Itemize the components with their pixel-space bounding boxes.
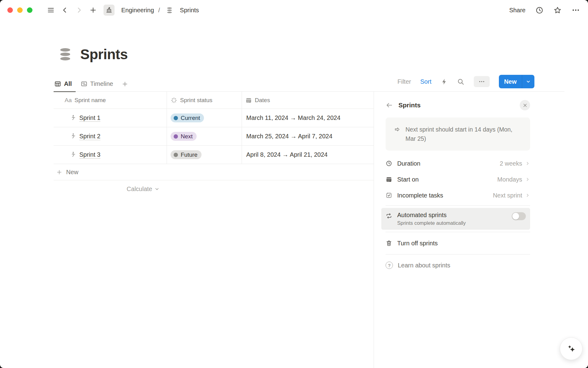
status-badge[interactable]: Current	[171, 113, 204, 122]
share-button[interactable]: Share	[509, 7, 526, 14]
table-row: Sprint 1 Current March 11, 2024 → March …	[54, 109, 374, 127]
tab-timeline[interactable]: Timeline	[80, 80, 117, 92]
arrow-right-outline-icon	[394, 126, 401, 133]
view-tabbar: All Timeline Filter Sort New	[54, 77, 564, 92]
automated-sprints-row[interactable]: Automated sprints Sprints complete autom…	[381, 208, 530, 230]
search-icon	[457, 78, 465, 86]
table-header-row: Aa Sprint name Sprint status Dates	[54, 92, 374, 109]
setting-value: Next sprint	[493, 192, 522, 199]
chevron-right-icon	[525, 161, 530, 166]
filter-button[interactable]: Filter	[398, 78, 411, 85]
search-button[interactable]	[457, 78, 465, 86]
column-header-sprint-name[interactable]: Aa Sprint name	[54, 92, 167, 109]
automated-sprints-description: Sprints complete automatically	[397, 220, 466, 226]
toggle-knob	[512, 213, 519, 220]
panel-divider	[386, 205, 530, 206]
setting-duration[interactable]: Duration 2 weeks	[386, 155, 530, 171]
question-mark-icon: ?	[386, 262, 393, 269]
sprint-link[interactable]: Sprint 2	[79, 133, 100, 140]
new-button-dropdown[interactable]	[522, 75, 534, 88]
database-view-area: Aa Sprint name Sprint status Dates	[0, 92, 374, 368]
panel-back-button[interactable]	[386, 102, 393, 109]
chevron-right-icon	[75, 6, 83, 14]
nav-back-button[interactable]	[59, 5, 70, 16]
minimize-window-button[interactable]	[17, 7, 23, 13]
sprint-status-cell[interactable]: Next	[167, 127, 242, 146]
tab-all-label: All	[64, 80, 72, 87]
column-header-sprint-status[interactable]: Sprint status	[167, 92, 242, 109]
automations-button[interactable]	[441, 78, 448, 85]
status-label: Future	[181, 152, 198, 158]
more-options-button[interactable]	[571, 6, 580, 14]
history-button[interactable]	[535, 6, 544, 14]
breadcrumb-page[interactable]: Sprints	[180, 7, 199, 14]
panel-divider	[386, 232, 530, 232]
column-label: Dates	[255, 97, 270, 104]
runner-icon	[69, 151, 76, 158]
status-dot-icon	[174, 134, 178, 139]
plus-icon	[89, 6, 97, 14]
sprint-status-cell[interactable]: Current	[167, 109, 242, 127]
sprint-status-cell[interactable]: Future	[167, 146, 242, 164]
learn-label: Learn about sprints	[398, 262, 450, 269]
sprint-name-cell[interactable]: Sprint 2	[54, 127, 167, 146]
column-label: Sprint name	[74, 97, 106, 104]
dates-cell[interactable]: April 8, 2024 → April 21, 2024	[242, 146, 374, 164]
breadcrumb-workspace-icon-button[interactable]	[104, 5, 115, 16]
close-window-button[interactable]	[7, 7, 13, 13]
setting-label: Incomplete tasks	[397, 192, 443, 199]
automated-sprints-toggle[interactable]	[512, 212, 526, 220]
page-title[interactable]: Sprints	[80, 46, 128, 63]
status-badge[interactable]: Next	[171, 132, 197, 141]
sort-button[interactable]: Sort	[420, 78, 432, 85]
setting-incomplete-tasks[interactable]: Incomplete tasks Next sprint	[386, 187, 530, 203]
table-row: Sprint 2 Next March 25, 2024 → April 7, …	[54, 127, 374, 146]
turn-off-sprints-button[interactable]: Turn off sprints	[386, 234, 530, 252]
setting-value: Mondays	[497, 176, 522, 183]
clock-history-icon	[535, 6, 544, 14]
arrow-left-icon	[386, 102, 393, 109]
checkbox-dashed-icon	[386, 192, 392, 199]
chevron-down-icon	[154, 186, 160, 192]
panel-divider	[386, 254, 530, 255]
new-page-button[interactable]	[88, 5, 99, 16]
status-label: Next	[181, 133, 193, 139]
setting-label: Duration	[397, 160, 420, 167]
view-options-button[interactable]	[474, 76, 490, 87]
page-header: Sprints	[58, 45, 588, 63]
dates-cell[interactable]: March 25, 2024 → April 7, 2024	[242, 127, 374, 146]
dates-cell[interactable]: March 11, 2024 → March 24, 2024	[242, 109, 374, 127]
sprint-link[interactable]: Sprint 3	[79, 151, 100, 158]
tab-all[interactable]: All	[54, 80, 76, 92]
favorite-button[interactable]	[553, 6, 562, 14]
column-header-dates[interactable]: Dates	[242, 92, 374, 109]
new-row-button[interactable]: New	[54, 164, 374, 180]
ellipsis-icon	[571, 6, 580, 14]
timeline-view-icon	[81, 80, 88, 87]
chevron-right-icon	[525, 177, 530, 182]
view-toolbar: Filter Sort New	[398, 75, 534, 91]
automated-sprints-label: Automated sprints	[397, 212, 466, 219]
status-dot-icon	[174, 116, 178, 120]
breadcrumb-workspace[interactable]: Engineering	[121, 7, 154, 14]
ai-assistant-button[interactable]	[560, 337, 582, 360]
calendar-icon	[245, 97, 252, 104]
setting-start-on[interactable]: Start on Mondays	[386, 171, 530, 187]
add-view-button[interactable]	[122, 81, 128, 91]
sparkles-icon	[566, 343, 577, 354]
learn-about-sprints-link[interactable]: ? Learn about sprints	[386, 257, 530, 274]
panel-close-button[interactable]	[520, 100, 530, 110]
nav-forward-button[interactable]	[74, 5, 85, 16]
zoom-window-button[interactable]	[27, 7, 32, 13]
sprint-name-cell[interactable]: Sprint 3	[54, 146, 167, 164]
turn-off-label: Turn off sprints	[397, 240, 438, 247]
plus-icon	[122, 81, 128, 87]
sprint-link[interactable]: Sprint 1	[79, 114, 100, 121]
calculate-button[interactable]: Calculate	[54, 182, 167, 196]
lightning-icon	[441, 78, 448, 85]
notice-text: Next sprint should start in 14 days (Mon…	[405, 125, 519, 143]
new-button[interactable]: New	[499, 75, 522, 88]
sprint-name-cell[interactable]: Sprint 1	[54, 109, 167, 127]
status-badge[interactable]: Future	[171, 150, 202, 159]
sidebar-menu-button[interactable]	[45, 5, 56, 16]
